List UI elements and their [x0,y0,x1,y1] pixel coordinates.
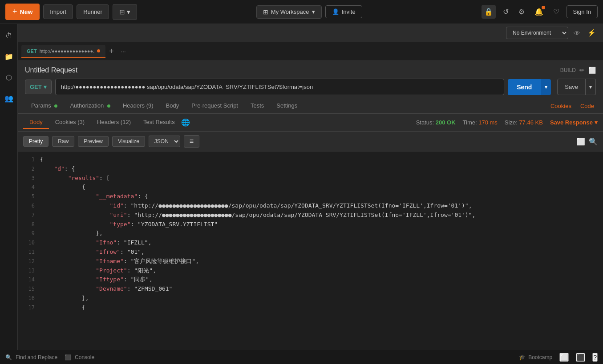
json-body: 1{2 "d": {3 "results": [4 {5 "__metadata… [18,152,603,350]
copy-response-button[interactable]: ⬜ [576,137,585,146]
find-replace-button[interactable]: 🔍 Find and Replace [5,354,57,360]
bootcamp-button[interactable]: 🎓 Bootcamp [519,354,552,360]
tab-authorization[interactable]: Authorization [64,99,117,113]
request-tab[interactable]: GET http://●●●●●●●●●●●●●●. [21,45,105,58]
json-line: 9 }, [18,229,603,238]
sidebar-item-apis[interactable]: ⬡ [3,71,15,84]
res-tab-headers[interactable]: Headers (12) [91,116,137,129]
sidebar-item-environments[interactable]: 👥 [2,92,16,105]
json-line: 10 "Ifno": "IFZLL", [18,238,603,248]
tab-method: GET [27,48,37,54]
request-area: Untitled Request BUILD ✏ ⬜ GET ▾ Send ▾ [18,61,603,95]
tab-prerequest[interactable]: Pre-request Script [185,99,244,113]
send-dropdown-button[interactable]: ▾ [541,79,551,95]
chevron-down-icon: ▾ [595,119,598,126]
layout-button[interactable]: ⊟ ▾ [113,4,137,20]
heart-icon-button[interactable]: ♡ [550,5,562,19]
json-line: 3 "results": [ [18,174,603,183]
tab-tests[interactable]: Tests [244,99,270,113]
res-tab-cookies[interactable]: Cookies (3) [49,116,91,129]
help-button[interactable]: ? [592,353,598,362]
pretty-button[interactable]: Pretty [23,136,49,147]
console-button[interactable]: ⬛ Console [65,354,94,360]
runner-button[interactable]: Runner [77,4,109,19]
history-icon-button[interactable]: ↺ [500,5,511,19]
add-tab-button[interactable]: + [105,45,117,58]
plus-icon: + [12,7,17,16]
res-tab-test-results[interactable]: Test Results [137,116,181,129]
bottom-bar: 🔍 Find and Replace ⬛ Console 🎓 Bootcamp … [0,350,603,364]
top-right-icons: 🔒 ↺ ⚙ 🔔 ♡ Sign In [482,5,598,19]
grid-icon: ⊞ [263,8,268,16]
sidebar-item-collections[interactable]: 📁 [2,50,16,64]
json-line: 5 "__metadata": { [18,192,603,201]
tab-params[interactable]: Params [25,99,64,113]
code-link[interactable]: Code [579,99,596,113]
workspace-button[interactable]: ⊞ My Workspace ▾ [256,5,322,19]
split-layout-button[interactable]: ⬛ [576,353,585,362]
json-line: 2 "d": { [18,164,603,174]
save-button[interactable]: Save [557,79,586,95]
save-button-group: Save ▾ [557,79,596,95]
preview-button[interactable]: Preview [78,136,109,147]
incognito-icon-button[interactable]: 🔒 [482,5,496,19]
bottom-right: 🎓 Bootcamp ⬜ ⬛ ? [519,353,598,362]
wrap-button[interactable]: ≡ [184,135,199,148]
json-line: 14 "Iftype": "同步", [18,275,603,284]
panel-layout-button[interactable]: ⬜ [559,353,569,362]
res-tab-body[interactable]: Body [23,116,49,129]
tabs-bar: GET http://●●●●●●●●●●●●●●. + ··· [18,42,603,61]
env-bar: No Environment 👁 ⚡ [18,24,603,42]
status-label: Status: 200 OK [416,119,456,126]
json-line: 8 "type": "YZODATA_SRV.YZTIFLIST" [18,220,603,229]
title-actions: BUILD ✏ ⬜ [560,67,596,74]
invite-button[interactable]: 👤 Invite [325,5,362,18]
save-dropdown-button[interactable]: ▾ [586,79,596,95]
new-button[interactable]: + New [5,4,40,20]
edit-title-button[interactable]: ✏ [579,67,585,74]
json-line: 15 "Devname": "ZFMSD_061" [18,284,603,294]
sign-in-button[interactable]: Sign In [567,5,598,18]
search-response-button[interactable]: 🔍 [589,137,598,146]
auth-dot [107,104,110,108]
more-tabs-button[interactable]: ··· [117,46,130,56]
bootcamp-icon: 🎓 [519,354,526,360]
method-select[interactable]: GET ▾ [25,80,52,94]
time-label: Time: 170 ms [463,119,498,126]
workspace-center: ⊞ My Workspace ▾ 👤 Invite [141,5,478,19]
save-response-button[interactable]: Save Response ▾ [550,119,598,126]
visualize-button[interactable]: Visualize [112,136,145,147]
format-select[interactable]: JSON [149,136,180,147]
filter-icon-button[interactable]: ⚡ [586,27,598,39]
json-line: 4 { [18,183,603,192]
console-icon: ⬛ [65,354,71,360]
tab-body[interactable]: Body [160,99,186,113]
tab-headers[interactable]: Headers (9) [117,99,160,113]
settings-icon-button[interactable]: ⚙ [516,5,527,19]
copy-title-button[interactable]: ⬜ [588,67,596,74]
eye-icon-button[interactable]: 👁 [572,28,582,39]
json-line: 1{ [18,155,603,164]
send-button-group: Send ▾ [508,79,551,95]
send-button[interactable]: Send [508,79,541,95]
raw-button[interactable]: Raw [52,136,74,147]
url-input[interactable] [55,79,504,95]
globe-icon: 🌐 [181,118,190,127]
search-icon: 🔍 [5,354,12,360]
url-bar: GET ▾ Send ▾ Save ▾ [25,79,596,95]
size-label: Size: 77.46 KB [505,119,543,126]
method-label: GET [30,84,42,90]
request-tabs: Params Authorization Headers (9) Body Pr… [18,95,603,114]
response-tabs-bar: Body Cookies (3) Headers (12) Test Resul… [18,114,603,132]
sidebar-item-history[interactable]: ⏱ [3,29,15,43]
environment-select[interactable]: No Environment [506,27,568,39]
format-bar: Pretty Raw Preview Visualize JSON ≡ ⬜ 🔍 [18,132,603,152]
format-right-icons: ⬜ 🔍 [576,137,598,146]
json-line: 17 { [18,303,603,312]
import-button[interactable]: Import [43,4,73,19]
response-meta: Status: 200 OK Time: 170 ms Size: 77.46 … [416,119,598,126]
user-icon: 👤 [332,8,339,15]
cookies-link[interactable]: Cookies [549,99,573,113]
notification-icon-button[interactable]: 🔔 [532,5,546,19]
tab-settings[interactable]: Settings [270,99,304,113]
